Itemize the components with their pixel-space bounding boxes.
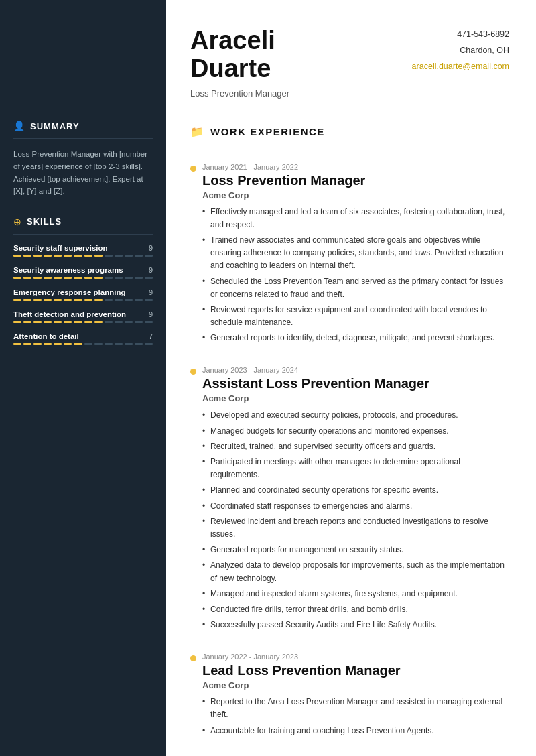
skill-bar-dot [44,255,52,257]
skill-bar-dot [54,277,62,279]
job-company: Acme Corp [202,190,509,200]
job-bullet: Trained new associates and communicated … [202,234,509,273]
skill-bar-dot [74,255,82,257]
job-bullet: Scheduled the Loss Prevention Team and s… [202,275,509,301]
skill-name: Security awareness programs [13,266,123,274]
skill-bar-dot [115,321,123,323]
header-left: Araceli Duarte Loss Prevention Manager [190,27,289,99]
sidebar: 👤 SUMMARY Loss Prevention Manager with [… [0,0,166,756]
job-date: January 2023 - January 2024 [202,366,509,374]
job-bullet: Managed budgets for security operations … [202,425,509,438]
job-bullets: Effectively managed and led a team of si… [202,206,509,345]
work-section-title: WORK EXPERIENCE [210,126,325,137]
job-bullets: Developed and executed security policies… [202,409,509,631]
skill-item: Attention to detail7 [13,332,153,345]
job-company: Acme Corp [202,680,509,690]
email-link[interactable]: araceli.duarte@email.com [412,62,509,71]
skill-bar-dot [13,321,21,323]
job-bullet: Developed and executed security policies… [202,409,509,422]
skill-name: Security staff supervision [13,244,108,252]
skill-bar-dot [54,343,62,345]
skill-bar-dot [125,321,133,323]
skill-bar-dot [64,343,72,345]
skill-bar-dot [84,255,92,257]
skill-bar-dot [13,343,21,345]
job-date: January 2022 - January 2023 [202,653,509,661]
skill-bar-dot [23,277,31,279]
job-entry: January 2023 - January 2024Assistant Los… [190,366,509,631]
skill-bar-dot [34,299,42,301]
skill-bar-dot [74,321,82,323]
job-dot [190,369,196,375]
skill-name: Emergency response planning [13,288,125,296]
job-dot [190,655,196,662]
skill-bar-dot [115,343,123,345]
skill-bar-dot [44,277,52,279]
location: Chardon, OH [412,43,509,59]
skill-bar-dot [115,255,123,257]
skill-bar-dot [84,321,92,323]
job-bullets: Reported to the Area Loss Prevention Man… [202,696,509,737]
job-bullet: Recruited, trained, and supervised secur… [202,440,509,453]
skill-bar-dot [34,321,42,323]
job-title: Loss Prevention Manager [202,173,509,188]
job-entry: January 2021 - January 2022Loss Preventi… [190,163,509,345]
skill-bar-dot [54,321,62,323]
skill-bar-dot [23,255,31,257]
skill-bar-dot [74,277,82,279]
skill-bar-dot [94,343,103,345]
job-bullet: Accountable for training and coaching Lo… [202,724,509,737]
skills-list: Security staff supervision9Security awar… [13,244,153,345]
candidate-title: Loss Prevention Manager [190,88,289,99]
job-bullet: Analyzed data to develop proposals for i… [202,559,509,584]
skill-bar-dot [145,343,153,345]
work-experience-section: 📁 WORK EXPERIENCE January 2021 - January… [190,125,509,737]
skill-bar-dot [145,277,153,279]
job-bullet: Conducted fire drills, terror threat dri… [202,603,509,616]
skill-name: Attention to detail [13,332,79,340]
skill-bar-dot [94,321,103,323]
skill-bar [13,299,153,301]
skill-score: 7 [149,332,153,340]
skill-score: 9 [149,266,153,274]
skill-bar-dot [44,321,52,323]
candidate-name: Araceli Duarte [190,27,289,83]
main-content: Araceli Duarte Loss Prevention Manager 4… [166,0,536,756]
skill-bar-dot [135,255,143,257]
skill-bar-dot [94,255,103,257]
skills-icon: ⊕ [13,216,21,227]
skill-bar-dot [105,321,113,323]
skill-bar-dot [74,343,82,345]
skill-score: 9 [149,288,153,296]
skill-bar-dot [54,255,62,257]
skill-bar-dot [64,277,72,279]
skill-bar-dot [135,343,143,345]
skill-bar-dot [44,299,52,301]
skill-bar-dot [94,277,103,279]
skill-bar-dot [64,299,72,301]
job-company: Acme Corp [202,393,509,403]
skill-bar-dot [105,255,113,257]
skill-bar-dot [23,299,31,301]
phone-number: 471-543-6892 [412,27,509,43]
skill-bar-dot [135,277,143,279]
skill-bar-dot [145,299,153,301]
job-bullet: Successfully passed Security Audits and … [202,619,509,631]
skill-item: Emergency response planning9 [13,288,153,301]
skills-section: ⊕ SKILLS Security staff supervision9Secu… [0,216,166,345]
skill-bar-dot [105,299,113,301]
job-bullet: Reviewed reports for service equipment a… [202,304,509,329]
summary-text: Loss Prevention Manager with [number of … [13,148,153,198]
skill-bar-dot [34,343,42,345]
skill-bar-dot [54,299,62,301]
skill-bar-dot [115,277,123,279]
skill-bar-dot [125,299,133,301]
summary-icon: 👤 [13,121,25,131]
skills-title: SKILLS [27,216,62,227]
job-bullet: Generated reports for management on secu… [202,544,509,556]
skill-bar-dot [13,277,21,279]
job-bullet: Planned and coordinated security operati… [202,484,509,497]
job-bullet: Reviewed incident and breach reports and… [202,515,509,541]
skill-bar-dot [135,321,143,323]
job-date: January 2021 - January 2022 [202,163,509,171]
